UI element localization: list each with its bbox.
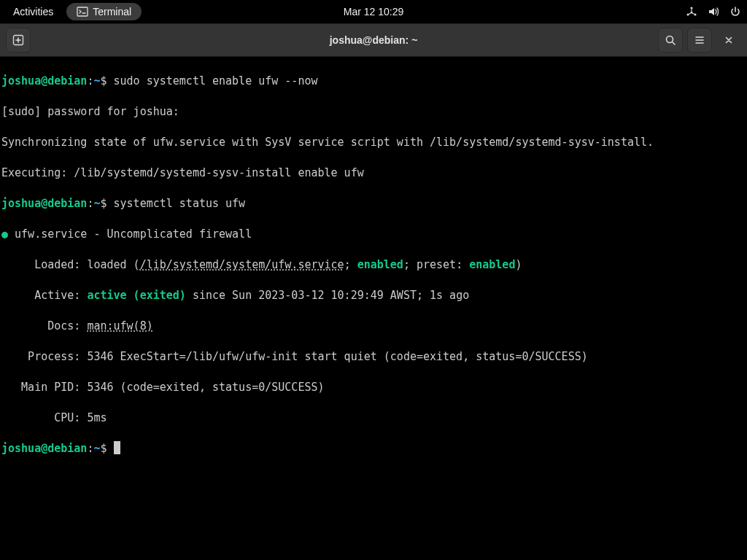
terminal-line: Active: active (exited) since Sun 2023-0…: [1, 288, 746, 303]
docs-link: man:ufw(8): [87, 319, 152, 332]
prompt-user: joshua@debian: [1, 442, 87, 455]
loaded-sep: ;: [344, 258, 357, 271]
hamburger-menu-button[interactable]: [687, 28, 712, 52]
terminal-line: joshua@debian:~$: [1, 441, 746, 456]
window-titlebar: joshua@debian: ~: [0, 23, 747, 57]
prompt-user: joshua@debian: [1, 197, 87, 210]
service-path: /lib/systemd/system/ufw.service: [140, 258, 344, 271]
active-state: active (exited): [87, 289, 185, 302]
activities-button[interactable]: Activities: [6, 3, 61, 20]
active-label: Active:: [1, 289, 87, 302]
titlebar-right: [658, 28, 741, 52]
preset-state: enabled: [469, 258, 515, 271]
svg-rect-0: [77, 7, 88, 16]
loaded-sep: ; preset:: [403, 258, 469, 271]
command-text: sudo systemctl enable ufw --now: [107, 74, 318, 88]
power-icon[interactable]: [729, 6, 741, 18]
svg-point-1: [691, 7, 693, 9]
enabled-state: enabled: [357, 258, 403, 271]
network-icon[interactable]: [686, 6, 697, 18]
terminal-line: Main PID: 5346 (code=exited, status=0/SU…: [1, 380, 746, 395]
terminal-icon: [77, 6, 88, 18]
terminal-line: joshua@debian:~$ systemctl status ufw: [1, 196, 746, 211]
search-button[interactable]: [658, 28, 683, 52]
loaded-label: Loaded: loaded (: [1, 258, 140, 271]
terminal-line: Process: 5346 ExecStart=/lib/ufw/ufw-ini…: [1, 349, 746, 365]
prompt-user: joshua@debian: [1, 74, 87, 88]
loaded-close: ): [515, 258, 522, 271]
volume-icon[interactable]: [708, 6, 719, 18]
search-icon: [665, 34, 676, 46]
terminal-line: [sudo] password for joshua:: [1, 104, 746, 120]
topbar-left: Activities Terminal: [6, 3, 142, 20]
gnome-topbar: Activities Terminal Mar 12 10:29: [0, 0, 747, 23]
docs-label: Docs:: [1, 319, 87, 332]
terminal-line: ● ufw.service - Uncomplicated firewall: [1, 227, 746, 242]
terminal-line: joshua@debian:~$ sudo systemctl enable u…: [1, 74, 746, 89]
active-app-name: Terminal: [93, 6, 131, 18]
new-tab-button[interactable]: [6, 28, 31, 52]
plus-box-icon: [12, 34, 24, 46]
close-icon: [724, 35, 734, 45]
topbar-right: [686, 6, 741, 18]
terminal-line: Docs: man:ufw(8): [1, 319, 746, 334]
prompt-symbol: $: [100, 74, 107, 88]
terminal-line: Loaded: loaded (/lib/systemd/system/ufw.…: [1, 257, 746, 273]
service-header: ufw.service - Uncomplicated firewall: [8, 228, 252, 241]
prompt-symbol: $: [100, 442, 107, 455]
active-since: since Sun 2023-03-12 10:29:49 AWST; 1s a…: [186, 289, 469, 302]
prompt-symbol: $: [100, 197, 107, 210]
clock[interactable]: Mar 12 10:29: [344, 6, 404, 18]
svg-point-6: [667, 36, 673, 43]
status-dot-icon: ●: [1, 228, 8, 241]
terminal-line: CPU: 5ms: [1, 411, 746, 426]
active-app-indicator[interactable]: Terminal: [66, 3, 142, 20]
command-text: systemctl status ufw: [107, 197, 246, 210]
terminal-line: Executing: /lib/systemd/systemd-sysv-ins…: [1, 166, 746, 181]
window-title: joshua@debian: ~: [330, 34, 418, 46]
hamburger-icon: [694, 34, 705, 46]
cursor-icon: [114, 441, 120, 454]
close-button[interactable]: [716, 28, 741, 52]
terminal-line: Synchronizing state of ufw.service with …: [1, 135, 746, 150]
terminal-output[interactable]: joshua@debian:~$ sudo systemctl enable u…: [0, 57, 747, 473]
